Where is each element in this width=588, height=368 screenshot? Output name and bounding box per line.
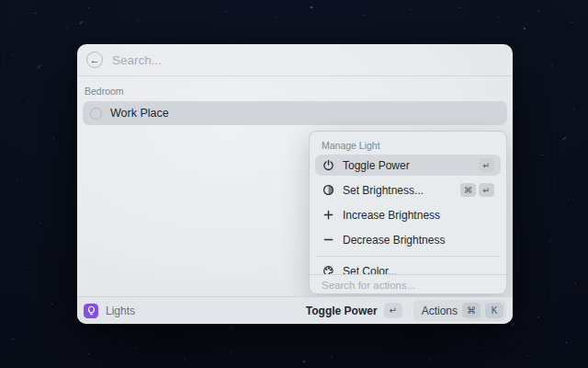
- shortcut-key-badge: ↵: [479, 183, 494, 197]
- shortcut-key-badge: ↵: [479, 158, 494, 172]
- action-menu-list: Manage Light Toggle Power ↵ Set Brightne…: [310, 132, 506, 274]
- app-name: Lights: [106, 305, 135, 317]
- lightbulb-icon: [86, 303, 96, 319]
- list-item-work-place[interactable]: Work Place: [83, 101, 507, 125]
- command-palette-window: ← Search... Bedroom Work Place Manage Li…: [77, 44, 513, 324]
- action-menu-item-increase-brightness[interactable]: Increase Brightness: [315, 204, 501, 225]
- shortcut-key-badge: ⌘: [460, 183, 476, 197]
- action-menu-item-decrease-brightness[interactable]: Decrease Brightness: [315, 229, 501, 250]
- action-search-input[interactable]: Search for actions...: [322, 280, 415, 291]
- enter-key-badge: ↵: [384, 303, 402, 318]
- section-label: Bedroom: [85, 86, 513, 97]
- action-menu-item-set-color[interactable]: Set Color...: [315, 260, 501, 274]
- back-button[interactable]: ←: [86, 52, 103, 68]
- action-menu-item-toggle-power[interactable]: Toggle Power ↵: [315, 155, 501, 176]
- brightness-circle-icon: [322, 184, 334, 197]
- lights-app-icon: [84, 304, 98, 318]
- cmd-key-badge: ⌘: [462, 303, 481, 318]
- k-key-badge: K: [485, 303, 503, 318]
- minus-icon: [322, 234, 334, 247]
- action-menu-popup: Manage Light Toggle Power ↵ Set Brightne…: [309, 131, 507, 294]
- power-icon: [322, 159, 334, 172]
- search-input[interactable]: Search...: [112, 53, 162, 67]
- circle-outline-icon: [90, 108, 102, 120]
- primary-action-button[interactable]: Toggle Power: [306, 305, 378, 317]
- palette-icon: [322, 265, 334, 275]
- actions-button[interactable]: Actions ⌘ K: [413, 300, 506, 321]
- divider: [77, 75, 513, 76]
- actions-button-label: Actions: [422, 305, 458, 317]
- status-bar: Lights Toggle Power ↵ Actions ⌘ K: [77, 296, 513, 324]
- status-bar-actions: Toggle Power ↵ Actions ⌘ K: [306, 300, 506, 321]
- menu-separator: [316, 256, 500, 257]
- action-menu-item-set-brightness[interactable]: Set Brightness... ⌘↵: [315, 179, 501, 201]
- app-chip: Lights: [84, 304, 135, 318]
- list-item-label: Work Place: [110, 107, 169, 120]
- search-bar: ← Search...: [77, 44, 513, 75]
- arrow-left-icon: ←: [90, 55, 100, 65]
- plus-icon: [322, 209, 334, 222]
- action-search-bar: Search for actions...: [310, 274, 506, 294]
- action-menu-header: Manage Light: [322, 140, 501, 151]
